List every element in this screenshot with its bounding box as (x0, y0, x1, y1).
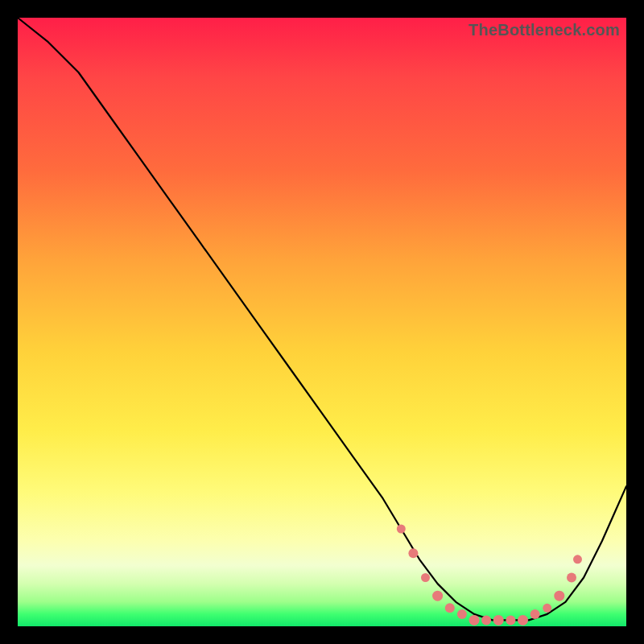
marker-dot (469, 615, 480, 625)
bottleneck-curve (18, 18, 626, 620)
marker-dot (445, 603, 455, 613)
marker-dot (397, 525, 406, 534)
marker-dot (506, 615, 515, 625)
marker-dot (457, 609, 467, 619)
marker-dot (493, 615, 504, 625)
marker-dot (481, 615, 491, 625)
marker-dot (408, 548, 418, 558)
marker-dot (543, 604, 551, 613)
chart-frame: TheBottleneck.com (0, 0, 644, 644)
marker-dot (432, 591, 443, 601)
marker-dot (518, 615, 528, 625)
marker-dot (573, 555, 582, 564)
marker-dot (567, 573, 576, 583)
plot-area: TheBottleneck.com (18, 18, 626, 626)
curve-svg (18, 18, 626, 626)
marker-dot (421, 573, 430, 582)
marker-dot (530, 609, 540, 619)
marker-dot (554, 591, 564, 601)
